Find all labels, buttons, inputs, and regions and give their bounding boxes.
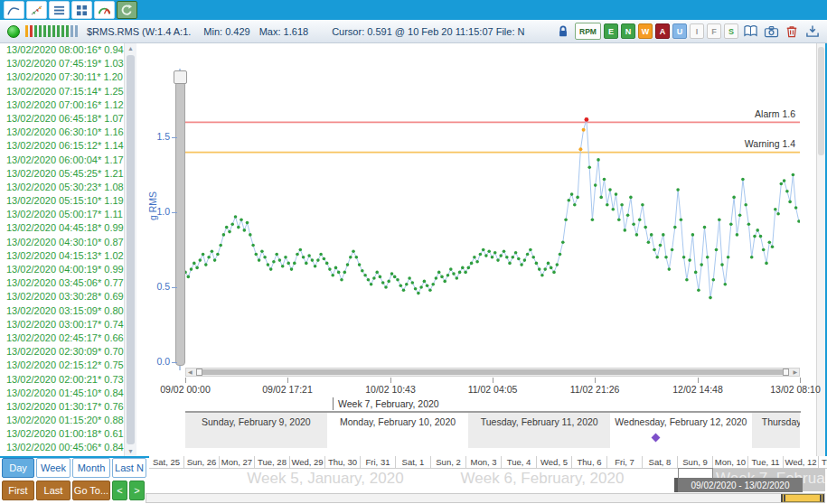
time-scrollbar[interactable]: ◀ ▶: [185, 368, 800, 377]
time-scrollbar-thumb[interactable]: [196, 369, 789, 375]
reading-row[interactable]: 13/02/2020 01:00:18* 0.61: [0, 427, 124, 441]
refresh-button[interactable]: [117, 1, 137, 19]
calendar-day-cell[interactable]: Sun, 9: [678, 456, 713, 469]
reading-row[interactable]: 13/02/2020 07:15:14* 1.25: [0, 85, 124, 98]
reading-row[interactable]: 13/02/2020 08:00:16* 0.94: [0, 43, 124, 57]
export-button[interactable]: [804, 23, 822, 40]
reading-row[interactable]: 13/02/2020 06:15:12* 1.14: [0, 139, 124, 153]
goto-button[interactable]: Go To...: [72, 481, 110, 500]
calendar-day-cell[interactable]: Sun, 26: [184, 456, 220, 469]
channel-flag-button-i[interactable]: I: [690, 23, 704, 39]
reading-row[interactable]: 13/02/2020 07:00:16* 1.12: [0, 98, 124, 112]
calendar-day-cell[interactable]: Mon, 10: [713, 456, 748, 469]
calendar-scrollbar[interactable]: [146, 493, 825, 503]
channel-flag-button-a[interactable]: A: [655, 23, 670, 39]
rpm-button[interactable]: RPM: [575, 23, 601, 40]
list-view-button[interactable]: [49, 1, 70, 19]
calendar-day-cell[interactable]: Tue, 11: [748, 456, 784, 469]
scrollbar-thumb[interactable]: [127, 55, 135, 444]
calendar-day-cell[interactable]: Thu, 13: [819, 456, 827, 469]
channel-flag-button-n[interactable]: N: [621, 23, 635, 39]
calendar-day-cell[interactable]: Mon, 3: [466, 456, 502, 469]
day-band-cell[interactable]: Monday, February 10, 2020: [327, 413, 469, 448]
calendar-day-cell[interactable]: Wed, 29: [290, 456, 325, 469]
day-button[interactable]: Day: [2, 458, 34, 478]
calendar-range-slider[interactable]: [781, 494, 824, 502]
week-button[interactable]: Week: [36, 458, 70, 478]
reading-row[interactable]: 13/02/2020 01:15:20* 0.88: [0, 414, 124, 427]
reading-value: * 0.69: [98, 290, 124, 303]
calendar-day-cell[interactable]: Thu, 30: [325, 456, 361, 469]
calendar-day-cell[interactable]: Sun, 2: [431, 456, 466, 469]
calendar-day-cell[interactable]: Tue, 28: [255, 456, 290, 469]
tile-view-button[interactable]: [71, 1, 92, 19]
reading-row[interactable]: 13/02/2020 03:30:28* 0.69: [0, 290, 124, 303]
day-band-cell[interactable]: Tuesday, February 11, 2020: [468, 413, 610, 448]
y-zoom-slider-thumb[interactable]: [175, 81, 185, 366]
reading-row[interactable]: 13/02/2020 05:15:10* 1.19: [0, 194, 124, 208]
reading-row[interactable]: 13/02/2020 05:30:23* 1.08: [0, 181, 124, 194]
calendar-day-cell[interactable]: Mon, 27: [220, 456, 255, 469]
reading-row[interactable]: 13/02/2020 01:30:17* 0.76: [0, 400, 124, 414]
reading-row[interactable]: 13/02/2020 04:30:10* 0.87: [0, 236, 124, 249]
time-scrollbar-left-grip[interactable]: [196, 369, 202, 376]
reading-row[interactable]: 13/02/2020 03:00:17* 0.74: [0, 318, 124, 331]
reading-row[interactable]: 13/02/2020 02:30:09* 0.70: [0, 345, 124, 359]
day-band-cell[interactable]: Thursday, February 13, 2020: [752, 413, 800, 448]
scroll-down-icon[interactable]: ▼: [125, 448, 136, 454]
reading-row[interactable]: 13/02/2020 06:30:10* 1.16: [0, 126, 124, 139]
last-button[interactable]: Last: [36, 481, 70, 500]
reading-row[interactable]: 13/02/2020 07:30:11* 1.20: [0, 70, 124, 84]
lock-button[interactable]: [554, 23, 572, 40]
scroll-right-icon[interactable]: ▶: [793, 369, 797, 376]
slope-markers-button[interactable]: [26, 1, 47, 19]
reading-row[interactable]: 13/02/2020 06:00:04* 1.17: [0, 154, 124, 167]
channel-flag-button-f[interactable]: F: [707, 23, 721, 39]
reading-row[interactable]: 13/02/2020 04:45:18* 0.99: [0, 221, 124, 235]
reading-row[interactable]: 13/02/2020 01:45:10* 0.84: [0, 387, 124, 400]
reading-row[interactable]: 13/02/2020 03:45:06* 0.77: [0, 276, 124, 290]
calendar-day-cell[interactable]: Fri, 31: [361, 456, 396, 469]
calendar-day-cell[interactable]: Wed, 12: [784, 456, 819, 469]
scroll-left-icon[interactable]: ◀: [188, 369, 193, 376]
reading-row[interactable]: 13/02/2020 02:15:12* 0.75: [0, 359, 124, 372]
channel-flag-button-e[interactable]: E: [604, 23, 618, 39]
chart-vertical-scrollbar-thumb[interactable]: [818, 47, 824, 155]
channel-flag-button-u[interactable]: U: [672, 23, 687, 39]
reading-row[interactable]: 13/02/2020 07:45:19* 1.03: [0, 57, 124, 70]
scroll-up-icon[interactable]: ▲: [125, 45, 136, 51]
channel-flag-button-w[interactable]: W: [638, 23, 653, 39]
channel-flag-button-s[interactable]: S: [724, 23, 738, 39]
gauge-button[interactable]: [94, 1, 115, 19]
report-button[interactable]: [741, 23, 759, 40]
last-n-button[interactable]: Last N: [112, 458, 146, 478]
reading-row[interactable]: 13/02/2020 02:00:21* 0.73: [0, 373, 124, 387]
day-band-cell[interactable]: Wednesday, February 12, 2020: [610, 413, 752, 448]
calendar-day-cell[interactable]: Sat, 25: [149, 456, 184, 469]
reading-row[interactable]: 13/02/2020 04:15:13* 1.02: [0, 249, 124, 263]
snapshot-button[interactable]: [762, 23, 780, 40]
readings-list-scrollbar[interactable]: ▲ ▼: [124, 43, 136, 456]
reading-row[interactable]: 13/02/2020 05:45:25* 1.21: [0, 167, 124, 181]
calendar-day-cell[interactable]: Thu, 6: [572, 456, 607, 469]
calendar-day-cell[interactable]: Fri, 7: [607, 456, 643, 469]
reading-row[interactable]: 13/02/2020 06:45:18* 1.07: [0, 112, 124, 126]
reading-row[interactable]: 13/02/2020 04:00:19* 0.99: [0, 263, 124, 276]
calendar-day-cell[interactable]: Sat, 8: [643, 456, 678, 469]
first-button[interactable]: First: [2, 481, 34, 500]
reading-row[interactable]: 13/02/2020 02:45:17* 0.66: [0, 331, 124, 345]
calendar-day-cell[interactable]: Sat, 1: [396, 456, 431, 469]
trend-curve-button[interactable]: [4, 1, 24, 19]
delete-button[interactable]: [783, 23, 801, 40]
reading-row[interactable]: 13/02/2020 03:15:09* 0.80: [0, 304, 124, 318]
event-marker-diamond[interactable]: [652, 434, 661, 443]
calendar-day-cell[interactable]: Wed, 5: [537, 456, 572, 469]
calendar-day-cell[interactable]: Tue, 4: [502, 456, 537, 469]
day-band-cell[interactable]: Sunday, February 9, 2020: [185, 413, 327, 448]
prev-button[interactable]: <: [112, 481, 127, 500]
time-scrollbar-right-grip[interactable]: [783, 369, 789, 376]
month-button[interactable]: Month: [72, 458, 110, 478]
reading-row[interactable]: 13/02/2020 00:45:06* 0.84: [0, 441, 124, 454]
next-button[interactable]: >: [129, 481, 145, 500]
reading-row[interactable]: 13/02/2020 05:00:17* 1.11: [0, 208, 124, 221]
